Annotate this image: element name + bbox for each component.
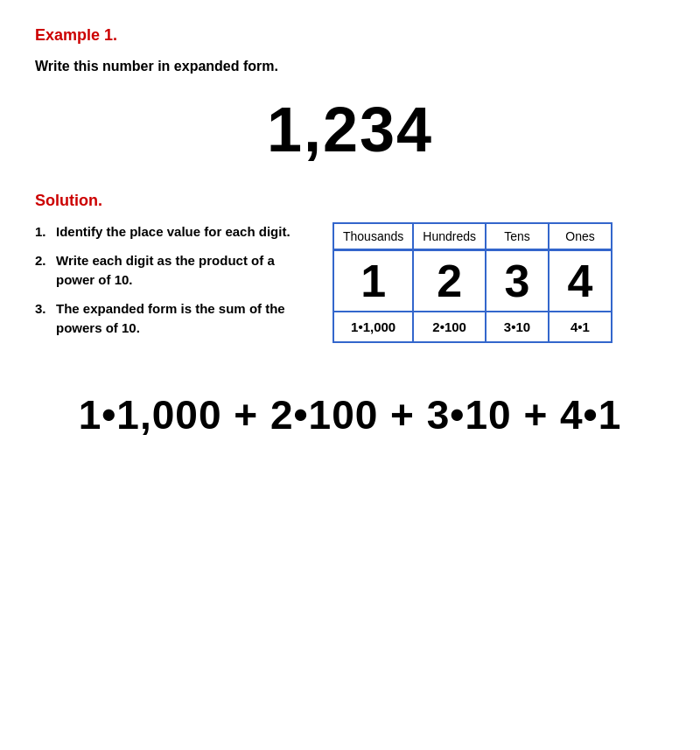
step-2-number: 2.: [35, 251, 52, 291]
instruction: Write this number in expanded form.: [35, 57, 332, 76]
solution-area: 1. Identify the place value for each dig…: [35, 222, 665, 347]
step-2-text: Write each digit as the product of a pow…: [56, 251, 306, 291]
step-2: 2. Write each digit as the product of a …: [35, 251, 306, 291]
expanded-form-area: 1•1,000 + 2•100 + 3•10 + 4•1: [35, 391, 665, 438]
solution-title: Solution.: [35, 192, 665, 210]
product-tens: 3•10: [486, 312, 549, 342]
place-value-table: Thousands Hundreds Tens Ones 1 2 3 4 1•1…: [332, 222, 612, 343]
digit-4: 4: [549, 250, 612, 312]
page: Example 1. Write this number in expanded…: [0, 0, 700, 750]
product-thousands: 1•1,000: [333, 312, 413, 342]
step-1-number: 1.: [35, 222, 52, 242]
expanded-form: 1•1,000 + 2•100 + 3•10 + 4•1: [35, 391, 665, 438]
digit-2: 2: [413, 250, 486, 312]
example-title: Example 1.: [35, 26, 665, 45]
step-1: 1. Identify the place value for each dig…: [35, 222, 306, 242]
digit-1: 1: [333, 250, 413, 312]
product-hundreds: 2•100: [413, 312, 486, 342]
digit-3: 3: [486, 250, 549, 312]
digit-row: 1 2 3 4: [333, 250, 612, 312]
header-tens: Tens: [486, 223, 549, 250]
step-3-number: 3.: [35, 299, 52, 339]
number-display: 1,234: [35, 94, 665, 165]
step-3-text: The expanded form is the sum of the powe…: [56, 299, 306, 339]
product-row: 1•1,000 2•100 3•10 4•1: [333, 312, 612, 342]
steps-list: 1. Identify the place value for each dig…: [35, 222, 306, 347]
step-1-text: Identify the place value for each digit.: [56, 222, 290, 242]
header-thousands: Thousands: [333, 223, 413, 250]
header-ones: Ones: [549, 223, 612, 250]
table-header-row: Thousands Hundreds Tens Ones: [333, 223, 612, 250]
product-ones: 4•1: [549, 312, 612, 342]
header-hundreds: Hundreds: [413, 223, 486, 250]
step-3: 3. The expanded form is the sum of the p…: [35, 299, 306, 339]
